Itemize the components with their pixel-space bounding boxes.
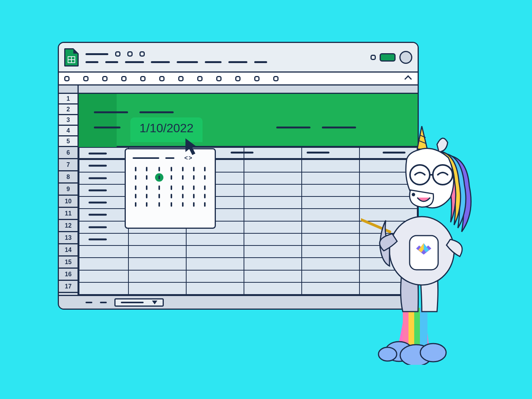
toolbar-button[interactable] [235, 76, 241, 81]
calendar-day[interactable] [171, 194, 172, 198]
toolbar-button[interactable] [273, 76, 279, 81]
calendar-day[interactable] [193, 175, 195, 180]
svg-point-13 [412, 193, 415, 196]
calendar-day[interactable] [204, 185, 206, 190]
row-header[interactable]: 9 [59, 184, 78, 196]
row-header[interactable]: 16 [59, 269, 78, 281]
toolbar-button[interactable] [140, 76, 146, 81]
calendar-day[interactable] [182, 175, 184, 180]
calendar-day[interactable] [193, 194, 195, 198]
row-header[interactable]: 11 [59, 208, 78, 220]
sheet-tab[interactable] [114, 298, 164, 307]
toolbar-button[interactable] [121, 76, 127, 81]
row-header[interactable]: 15 [59, 256, 78, 269]
month-label [133, 157, 159, 159]
calendar-day[interactable] [182, 202, 184, 207]
column-headers[interactable] [59, 86, 418, 94]
calendar-day[interactable] [182, 194, 184, 198]
row-header[interactable]: 14 [59, 244, 78, 256]
svg-point-7 [378, 347, 397, 361]
unicorn-mascot [361, 122, 494, 365]
calendar-day[interactable] [171, 167, 172, 171]
doc-title-area [86, 51, 370, 63]
calendar-day[interactable] [135, 185, 136, 190]
calendar-day-selected[interactable] [155, 173, 163, 182]
calendar-day[interactable] [158, 194, 160, 198]
avatar[interactable] [399, 51, 412, 64]
row-header[interactable]: 10 [59, 196, 78, 208]
star-icon[interactable] [115, 51, 120, 57]
calendar-day[interactable] [158, 167, 160, 171]
chevron-down-icon[interactable] [152, 301, 157, 304]
toolbar-button[interactable] [178, 76, 184, 81]
toolbar-button[interactable] [216, 76, 222, 81]
row-header[interactable]: 5 [59, 136, 78, 147]
row-header[interactable]: 3 [59, 115, 78, 126]
calendar-day[interactable] [146, 202, 147, 207]
calendar-day[interactable] [193, 167, 195, 171]
toolbar-button[interactable] [64, 76, 70, 81]
calendar-day[interactable] [158, 185, 160, 190]
toolbar-button[interactable] [159, 76, 165, 81]
toolbar-button[interactable] [83, 76, 89, 81]
calendar-days-grid[interactable] [133, 167, 208, 207]
row-header[interactable]: 4 [59, 126, 78, 136]
row-headers[interactable]: 1 2 3 4 5 6 7 8 9 10 11 12 13 14 15 16 1… [59, 94, 79, 309]
calendar-day[interactable] [135, 202, 136, 207]
cursor-icon [185, 138, 201, 156]
row-header[interactable]: 1 [59, 94, 78, 104]
add-sheet-icon[interactable] [86, 302, 92, 303]
row-header[interactable]: 13 [59, 232, 78, 244]
format-toolbar[interactable] [59, 73, 418, 86]
calendar-day[interactable] [135, 175, 136, 180]
folder-icon[interactable] [127, 51, 133, 57]
calendar-day[interactable] [204, 167, 206, 171]
menu-bar[interactable] [86, 61, 370, 63]
calendar-day[interactable] [146, 167, 147, 171]
calendar-day[interactable] [204, 194, 206, 198]
calendar-day[interactable] [193, 202, 195, 207]
toolbar-button[interactable] [197, 76, 203, 81]
sheets-app-icon [64, 48, 79, 66]
calendar-day[interactable] [171, 185, 172, 190]
share-button[interactable] [380, 53, 396, 62]
calendar-day[interactable] [146, 185, 147, 190]
calendar-day[interactable] [158, 202, 160, 207]
svg-point-6 [420, 344, 446, 362]
calendar-day[interactable] [135, 167, 136, 171]
calendar-day[interactable] [171, 175, 172, 180]
row-header[interactable]: 12 [59, 220, 78, 232]
calendar-day[interactable] [182, 185, 184, 190]
row-header[interactable]: 17 [59, 281, 78, 293]
calendar-day[interactable] [204, 175, 206, 180]
row-header[interactable]: 7 [59, 159, 78, 171]
row-header[interactable]: 2 [59, 104, 78, 115]
calendar-day[interactable] [135, 194, 136, 198]
history-icon[interactable] [370, 55, 376, 60]
select-all-corner[interactable] [59, 86, 79, 93]
toolbar-button[interactable] [102, 76, 108, 81]
title-bar [59, 43, 418, 73]
calendar-day[interactable] [182, 167, 184, 171]
calendar-day[interactable] [171, 202, 172, 207]
toolbar-button[interactable] [254, 76, 260, 81]
row-header[interactable]: 6 [59, 147, 78, 159]
calendar-day[interactable] [146, 194, 147, 198]
calendar-day[interactable] [204, 202, 206, 207]
row-header[interactable]: 8 [59, 171, 78, 184]
all-sheets-icon[interactable] [100, 302, 107, 303]
chevron-up-icon[interactable] [404, 75, 412, 83]
calendar-day[interactable] [146, 175, 147, 180]
date-picker-popup[interactable]: < > [125, 148, 216, 229]
calendar-day[interactable] [193, 185, 195, 190]
cloud-icon[interactable] [139, 51, 145, 57]
